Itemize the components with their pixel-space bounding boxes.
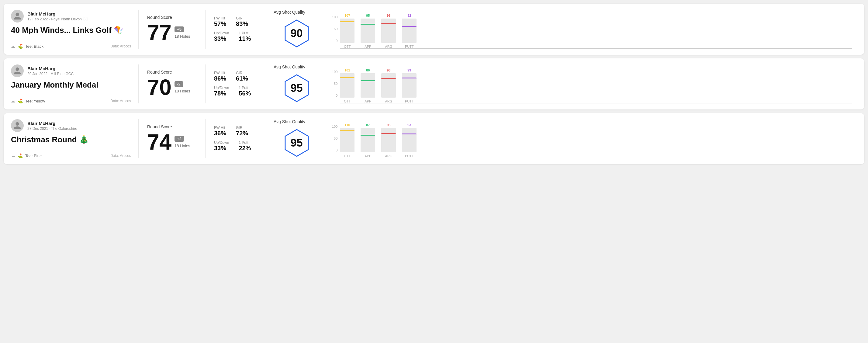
card-footer: ☁ ⛳ Tee: Yellow Data: Arccos: [11, 98, 131, 103]
bar-fg: [402, 26, 416, 43]
chart-bar-putt: 82 PUTT: [402, 14, 416, 48]
bar-label-ott: OTT: [344, 99, 350, 103]
card-left: Blair McHarg 29 Jan 2022 · Mill Ride GCC…: [11, 64, 138, 103]
bar-value-putt: 82: [407, 14, 411, 17]
user-name: Blair McHarg: [27, 11, 88, 17]
bar-value-arg: 95: [387, 123, 391, 127]
bar-label-app: APP: [365, 99, 371, 103]
bar-label-app: APP: [365, 154, 371, 158]
chart-y-50: 50: [332, 136, 338, 140]
stats-row-top: FW Hit 57% GIR 83%: [214, 16, 257, 27]
holes-label: 18 Holes: [175, 144, 190, 148]
user-info: Blair McHarg 27 Dec 2021 · The Oxfordshi…: [11, 119, 131, 132]
user-details: Blair McHarg 12 Feb 2022 · Royal North D…: [27, 11, 88, 21]
holes-label: 18 Holes: [175, 34, 190, 39]
score-row: 74 +2 18 Holes: [147, 131, 197, 153]
cloud-icon: ☁: [11, 44, 15, 49]
hexagon-container: 90: [282, 18, 312, 49]
stat-one-putt: 1 Putt 22%: [239, 141, 251, 152]
bar-label-app: APP: [365, 45, 371, 48]
tee-label: Tee: Blue: [25, 154, 42, 158]
chart-bar-app: 95 APP: [361, 14, 375, 48]
score-badge-group: -2 18 Holes: [175, 81, 190, 93]
card-stats: FW Hit 86% GIR 61% Up/Down 78% 1 Putt 56…: [206, 64, 266, 103]
stats-row-bottom: Up/Down 78% 1 Putt 56%: [214, 86, 257, 97]
tee-info: ☁ ⛳ Tee: Yellow: [11, 98, 45, 103]
gir-label: GIR: [236, 126, 248, 130]
score-diff-badge: +2: [175, 136, 184, 142]
score-label: Round Score: [147, 70, 197, 74]
chart-y-0: 0: [332, 94, 338, 97]
chart-bar-app: 86 APP: [361, 68, 375, 103]
stats-row-bottom: Up/Down 33% 1 Putt 22%: [214, 141, 257, 152]
one-putt-label: 1 Putt: [239, 31, 251, 35]
chart-bar-arg: 95 ARG: [381, 123, 396, 158]
cart-icon: ⛳: [18, 44, 23, 49]
stats-row-bottom: Up/Down 33% 1 Putt 11%: [214, 31, 257, 42]
bar-fg: [361, 135, 375, 152]
gir-value: 61%: [236, 75, 248, 82]
user-meta: 12 Feb 2022 · Royal North Devon GC: [27, 17, 88, 21]
chart-bar-app: 87 APP: [361, 123, 375, 158]
user-icon: [13, 67, 22, 75]
score-label: Round Score: [147, 124, 197, 129]
chart-bar-putt: 99 PUTT: [402, 68, 416, 103]
score-label: Round Score: [147, 15, 197, 20]
bar-fg: [381, 23, 396, 43]
bar-fg: [361, 24, 375, 43]
card-left: Blair McHarg 27 Dec 2021 · The Oxfordshi…: [11, 119, 138, 158]
up-down-label: Up/Down: [214, 86, 229, 90]
user-name: Blair McHarg: [27, 66, 73, 71]
card-chart: 100 50 0 110 OTT 87 APP: [327, 119, 857, 158]
up-down-value: 33%: [214, 35, 229, 42]
one-putt-value: 22%: [239, 145, 251, 152]
round-title: 40 Mph Winds... Links Golf 🪁: [11, 26, 131, 35]
fw-hit-value: 86%: [214, 75, 226, 82]
quality-label: Avg Shot Quality: [274, 10, 305, 14]
bar-label-putt: PUTT: [405, 154, 414, 158]
card-score: Round Score 77 +5 18 Holes: [138, 10, 206, 49]
stat-gir: GIR 72%: [236, 126, 248, 137]
fw-hit-label: FW Hit: [214, 71, 226, 75]
card-chart: 100 50 0 101 OTT 86 APP: [327, 64, 857, 103]
one-putt-label: 1 Putt: [239, 86, 251, 90]
cloud-icon: ☁: [11, 153, 15, 158]
card-score: Round Score 74 +2 18 Holes: [138, 119, 206, 158]
gir-value: 72%: [236, 130, 248, 137]
bar-value-ott: 101: [344, 68, 350, 72]
tee-label: Tee: Black: [25, 44, 43, 49]
user-meta: 27 Dec 2021 · The Oxfordshire: [27, 126, 77, 131]
bar-value-ott: 107: [344, 14, 350, 17]
stat-up-down: Up/Down 33%: [214, 141, 229, 152]
cart-icon: ⛳: [18, 98, 23, 103]
data-source: Data: Arccos: [111, 99, 131, 103]
card-footer: ☁ ⛳ Tee: Blue Data: Arccos: [11, 153, 131, 158]
user-info: Blair McHarg 29 Jan 2022 · Mill Ride GCC: [11, 64, 131, 77]
holes-label: 18 Holes: [175, 89, 190, 93]
fw-hit-label: FW Hit: [214, 16, 226, 20]
card-chart: 100 50 0 107 OTT 95 APP: [327, 10, 857, 49]
tee-label: Tee: Yellow: [25, 99, 45, 103]
user-name: Blair McHarg: [27, 121, 77, 126]
one-putt-label: 1 Putt: [239, 141, 251, 145]
bar-label-putt: PUTT: [405, 45, 414, 48]
stat-fw-hit: FW Hit 36%: [214, 126, 226, 137]
bar-fg: [402, 77, 416, 98]
chart-y-50: 50: [332, 27, 338, 31]
chart-bar-ott: 107 OTT: [340, 14, 354, 48]
bar-label-arg: ARG: [385, 45, 392, 48]
stat-one-putt: 1 Putt 56%: [239, 86, 251, 97]
fw-hit-label: FW Hit: [214, 126, 226, 130]
score-number: 74: [147, 131, 172, 153]
chart-y-100: 100: [332, 70, 338, 73]
avatar: [11, 119, 24, 132]
user-details: Blair McHarg 29 Jan 2022 · Mill Ride GCC: [27, 66, 73, 76]
chart-bar-arg: 98 ARG: [381, 14, 396, 48]
score-row: 77 +5 18 Holes: [147, 22, 197, 43]
bar-label-ott: OTT: [344, 45, 350, 48]
bar-fg: [361, 80, 375, 98]
quality-label: Avg Shot Quality: [274, 64, 305, 69]
bar-fg: [340, 130, 354, 152]
avatar: [11, 64, 24, 77]
hexagon-score: 95: [290, 82, 303, 95]
